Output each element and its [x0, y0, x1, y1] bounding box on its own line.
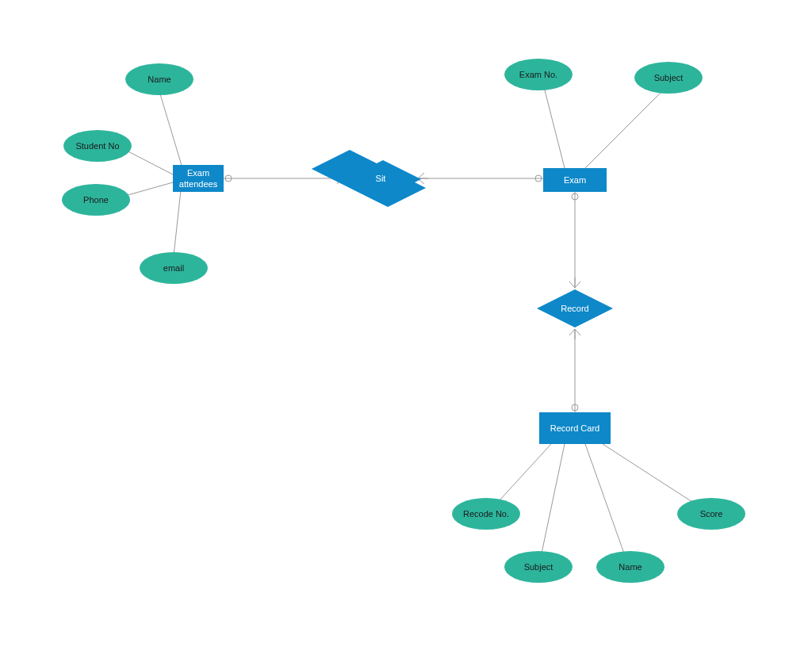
- attribute-email: email: [140, 252, 208, 284]
- entity-record-card: Record Card: [539, 412, 611, 444]
- attribute-exam-no: Exam No.: [504, 59, 573, 90]
- attribute-label: Student No: [75, 141, 119, 151]
- connector: [539, 444, 565, 565]
- attribute-recode-no: Recode No.: [452, 498, 520, 530]
- connectors-layer: [0, 0, 812, 647]
- attribute-subject2: Subject: [504, 551, 573, 583]
- relationship-label: Record: [561, 304, 588, 313]
- attribute-label: Subject: [524, 562, 553, 572]
- entity-label: Record Card: [550, 423, 599, 434]
- relationship-label: Sit: [376, 174, 386, 183]
- attribute-subject: Subject: [634, 62, 703, 94]
- attribute-label: email: [163, 263, 184, 273]
- attribute-label: Recode No.: [463, 509, 509, 519]
- relationship-record: Record: [535, 288, 615, 329]
- relationship-sit-container: Sit: [343, 159, 418, 198]
- attribute-label: Phone: [83, 195, 109, 205]
- cardinality-marker: [535, 175, 542, 182]
- entity-exam: Exam: [543, 168, 607, 192]
- attribute-label: Exam No.: [519, 70, 557, 79]
- cardinality-marker: [225, 175, 232, 182]
- connector: [159, 89, 182, 168]
- attribute-label: Name: [619, 562, 642, 572]
- cardinality-marker: [572, 404, 578, 411]
- attribute-label: Name: [147, 75, 170, 84]
- cardinality-marker: [569, 281, 580, 288]
- entity-label: Examattendees: [179, 167, 217, 190]
- attribute-name2: Name: [596, 551, 665, 583]
- attribute-label: Subject: [654, 73, 684, 82]
- entity-exam-attendees: Examattendees: [173, 165, 224, 192]
- attribute-score: Score: [677, 498, 745, 530]
- connector: [544, 87, 565, 168]
- entity-label: Exam: [564, 174, 586, 186]
- attribute-name: Name: [125, 63, 193, 95]
- attribute-student-no: Student No: [63, 130, 132, 162]
- cardinality-marker: [418, 173, 424, 184]
- attribute-label: Score: [700, 509, 723, 519]
- connector: [585, 87, 666, 168]
- attribute-phone: Phone: [62, 184, 130, 216]
- cardinality-marker: [569, 329, 580, 335]
- cardinality-marker: [572, 193, 578, 200]
- connector: [585, 444, 628, 565]
